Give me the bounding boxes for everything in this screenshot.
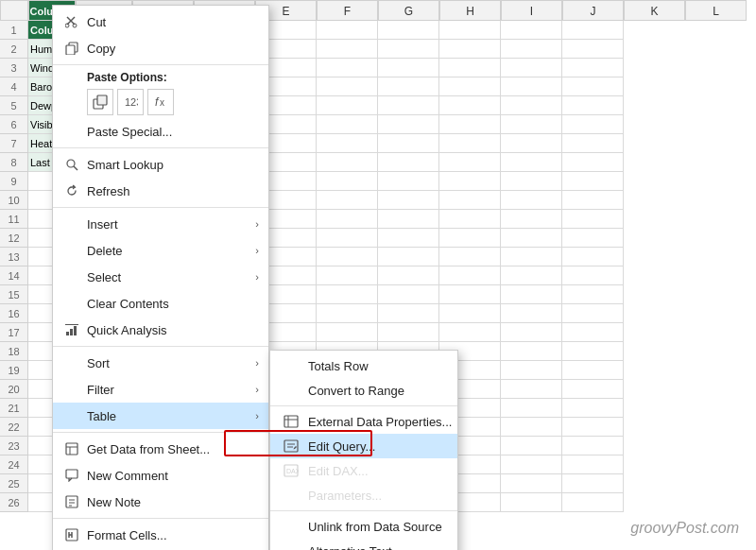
menu-item-new-note[interactable]: New Note xyxy=(53,489,268,515)
paste-options-header: Paste Options: xyxy=(53,68,268,86)
menu-item-insert[interactable]: Insert › xyxy=(53,211,268,237)
menu-item-clear-contents[interactable]: Clear Contents xyxy=(53,290,268,317)
insert-icon xyxy=(62,215,81,233)
divider-5 xyxy=(53,432,268,433)
cut-label: Cut xyxy=(87,15,259,29)
get-data-label: Get Data from Sheet... xyxy=(87,442,259,456)
col-header-f: F xyxy=(317,0,378,21)
divider-3 xyxy=(53,207,268,208)
paste-special-icon xyxy=(62,122,81,141)
menu-item-format-cells[interactable]: Format Cells... xyxy=(53,522,268,548)
submenu-table: Totals Row Convert to Range External Dat… xyxy=(269,350,458,550)
totals-row-icon xyxy=(282,358,301,373)
filter-icon xyxy=(62,380,81,399)
convert-range-icon xyxy=(282,383,301,398)
paste-icons-row: 123 fx xyxy=(53,86,268,118)
select-label: Select xyxy=(87,270,255,284)
alt-text-label: Alternative Text... xyxy=(308,544,402,551)
svg-rect-32 xyxy=(284,440,298,452)
note-icon xyxy=(62,492,81,511)
menu-item-copy[interactable]: Copy xyxy=(53,35,268,61)
menu-item-smart-lookup[interactable]: Smart Lookup xyxy=(53,151,268,178)
format-cells-icon xyxy=(62,525,81,544)
format-cells-label: Format Cells... xyxy=(87,528,259,542)
data-sheet-icon xyxy=(62,439,81,458)
paste-button-2[interactable]: 123 xyxy=(117,89,144,115)
clear-contents-icon xyxy=(62,294,81,313)
svg-rect-29 xyxy=(284,416,298,427)
divider-1 xyxy=(53,64,268,65)
svg-line-12 xyxy=(74,166,77,170)
submenu-divider-1 xyxy=(270,405,457,406)
svg-text:123: 123 xyxy=(125,96,138,108)
alt-text-icon xyxy=(282,543,301,550)
sort-icon xyxy=(62,353,81,372)
filter-arrow: › xyxy=(255,384,259,395)
submenu-item-totals-row[interactable]: Totals Row xyxy=(270,353,457,378)
submenu-item-edit-dax[interactable]: DAX Edit DAX... xyxy=(270,458,457,483)
menu-item-paste-special[interactable]: Paste Special... xyxy=(53,118,268,145)
table-icon xyxy=(62,406,81,425)
col-header-k: K xyxy=(624,0,685,21)
context-menu: Cut Copy Paste Options: 123 fx Pa xyxy=(52,5,269,550)
menu-item-refresh[interactable]: Refresh xyxy=(53,178,268,204)
quick-analysis-label: Quick Analysis xyxy=(87,323,259,337)
menu-item-cut[interactable]: Cut xyxy=(53,9,268,35)
svg-rect-7 xyxy=(97,95,107,105)
svg-text:DAX: DAX xyxy=(286,468,299,474)
insert-label: Insert xyxy=(87,217,255,232)
submenu-item-alt-text[interactable]: Alternative Text... xyxy=(270,539,457,550)
svg-rect-17 xyxy=(66,443,77,455)
divider-2 xyxy=(53,147,268,148)
delete-icon xyxy=(62,241,81,260)
svg-rect-13 xyxy=(66,332,69,335)
table-label: Table xyxy=(87,409,255,423)
menu-item-quick-analysis[interactable]: Quick Analysis xyxy=(53,317,268,343)
paste-button-1[interactable] xyxy=(87,89,113,115)
ext-data-icon xyxy=(282,414,301,429)
svg-rect-5 xyxy=(66,45,75,55)
parameters-label: Parameters... xyxy=(308,489,382,503)
divider-4 xyxy=(53,346,268,347)
search-icon xyxy=(62,155,81,174)
edit-dax-label: Edit DAX... xyxy=(308,464,369,478)
submenu-item-ext-data[interactable]: External Data Properties... xyxy=(270,409,457,434)
edit-query-icon xyxy=(282,438,301,454)
totals-row-label: Totals Row xyxy=(308,359,369,373)
refresh-icon xyxy=(62,181,81,200)
select-icon xyxy=(62,267,81,286)
menu-item-select[interactable]: Select › xyxy=(53,264,268,290)
clear-contents-label: Clear Contents xyxy=(87,297,259,311)
watermark-text: groovyPost.com xyxy=(630,520,739,536)
submenu-item-edit-query[interactable]: Edit Query... xyxy=(270,434,457,458)
menu-item-delete[interactable]: Delete › xyxy=(53,237,268,264)
submenu-item-convert-range[interactable]: Convert to Range xyxy=(270,378,457,403)
menu-item-filter[interactable]: Filter › xyxy=(53,376,268,403)
sort-arrow: › xyxy=(255,357,259,369)
paste-button-3[interactable]: fx xyxy=(147,89,174,115)
convert-range-label: Convert to Range xyxy=(308,384,404,398)
parameters-icon xyxy=(282,488,301,503)
menu-item-get-data[interactable]: Get Data from Sheet... xyxy=(53,436,268,462)
svg-point-11 xyxy=(67,160,75,167)
new-note-label: New Note xyxy=(87,495,259,509)
col-header-j: J xyxy=(562,0,624,21)
menu-item-sort[interactable]: Sort › xyxy=(53,350,268,376)
svg-rect-15 xyxy=(74,326,77,335)
new-comment-label: New Comment xyxy=(87,469,259,483)
menu-item-table[interactable]: Table › xyxy=(53,403,268,429)
menu-item-new-comment[interactable]: New Comment xyxy=(53,462,268,489)
col-header-i: I xyxy=(501,0,562,21)
smart-lookup-label: Smart Lookup xyxy=(87,158,259,172)
col-header-l: L xyxy=(685,0,747,21)
edit-query-label: Edit Query... xyxy=(308,439,375,454)
paste-special-label: Paste Special... xyxy=(87,125,259,139)
filter-label: Filter xyxy=(87,383,255,397)
submenu-item-unlink[interactable]: Unlink from Data Source xyxy=(270,514,457,539)
submenu-divider-2 xyxy=(270,510,457,511)
insert-arrow: › xyxy=(255,218,259,230)
watermark: groovyPost.com xyxy=(630,520,739,537)
submenu-item-parameters[interactable]: Parameters... xyxy=(270,483,457,507)
analysis-icon xyxy=(62,320,81,339)
svg-rect-20 xyxy=(66,470,77,478)
